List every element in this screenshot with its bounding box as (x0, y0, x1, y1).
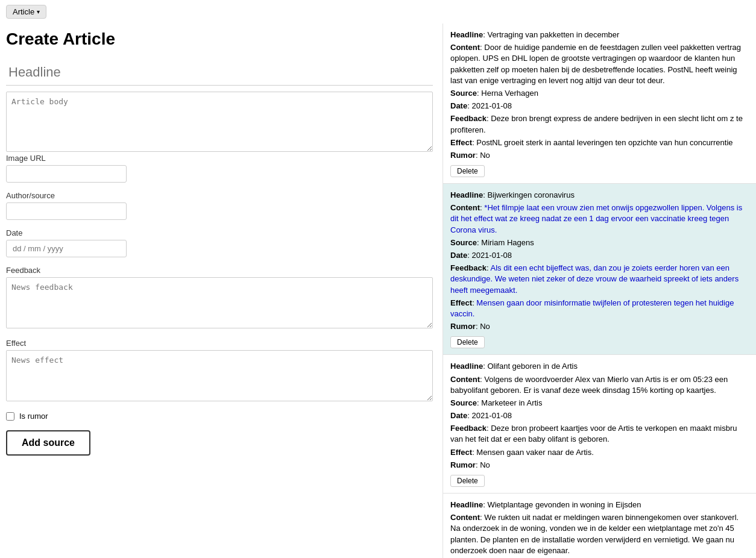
article-source-line: Source: Herna Verhagen (450, 88, 749, 99)
article-content-line: Content: We rukten uit nadat er meldinge… (450, 512, 749, 556)
feedback-group: Feedback (6, 266, 433, 330)
date-label-card: Date (450, 411, 467, 420)
article-content-line: Content: Volgens de woordvoerder Alex va… (450, 374, 749, 396)
date-label: Date (6, 228, 433, 237)
is-rumor-checkbox[interactable] (6, 412, 14, 421)
feedback-label: Feedback (6, 266, 433, 275)
date-group: Date (6, 228, 433, 257)
article-effect-line: Effect: Mensen gaan door misinformatie t… (450, 298, 749, 319)
content-label: Content (450, 43, 480, 52)
top-nav: Article ▾ (0, 0, 756, 24)
date-input[interactable] (6, 240, 127, 257)
content-label: Content (450, 375, 480, 384)
content-label: Content (450, 203, 480, 212)
article-headline: Wietplantage gevonden in woning in Eijsd… (487, 500, 641, 509)
page-title: Create Article (6, 30, 433, 49)
main-layout: Create Article Image URL Author/source D… (0, 24, 756, 558)
feedback-label-card: Feedback (450, 424, 487, 433)
article-card: Headline: Wietplantage gevonden in wonin… (443, 494, 756, 558)
article-source: Miriam Hagens (481, 238, 534, 247)
image-url-group: Image URL (6, 154, 433, 183)
article-date-line: Date: 2021-01-08 (450, 250, 749, 261)
article-source-line: Source: Marketeer in Artis (450, 398, 749, 409)
right-panel: Headline: Vertraging van pakketten in de… (443, 24, 756, 558)
article-date: 2021-01-08 (471, 251, 512, 260)
article-card: Headline: Vertraging van pakketten in de… (443, 24, 756, 184)
body-textarea[interactable] (6, 92, 433, 152)
article-headline-line: Headline: Vertraging van pakketten in de… (450, 30, 749, 40)
article-feedback-line: Feedback: Deze bron brengt express de an… (450, 113, 749, 135)
source-label: Source (450, 89, 477, 98)
author-label: Author/source (6, 191, 433, 200)
article-rumor: No (480, 460, 490, 469)
breadcrumb-button[interactable]: Article ▾ (6, 5, 46, 19)
article-content: We rukten uit nadat er meldingen waren b… (450, 513, 739, 555)
article-feedback: Deze bron brengt express de andere bedri… (450, 114, 743, 134)
add-source-button[interactable]: Add source (6, 430, 90, 456)
breadcrumb-label: Article (13, 7, 34, 16)
article-headline-line: Headline: Wietplantage gevonden in wonin… (450, 500, 749, 510)
effect-label-card: Effect (450, 298, 472, 307)
article-feedback: Als dit een echt bijeffect was, dan zou … (450, 263, 739, 294)
content-label: Content (450, 513, 480, 522)
effect-label-card: Effect (450, 448, 472, 457)
article-card: Headline: Olifant geboren in de Artis Co… (443, 355, 756, 494)
rumor-label-card: Rumor (450, 151, 476, 160)
feedback-label-card: Feedback (450, 114, 487, 123)
left-panel: Create Article Image URL Author/source D… (0, 24, 443, 558)
article-date: 2021-01-08 (471, 411, 512, 420)
article-content: *Het filmpje laat een vrouw zien met onw… (450, 203, 742, 234)
article-date-line: Date: 2021-01-08 (450, 101, 749, 111)
effect-textarea[interactable] (6, 350, 433, 401)
article-effect-line: Effect: PostNL groeit sterk in aantal le… (450, 137, 749, 148)
article-headline-line: Headline: Olifant geboren in de Artis (450, 361, 749, 372)
author-group: Author/source (6, 191, 433, 220)
article-effect: Mensen gaan door misinformatie twijfelen… (450, 298, 734, 318)
chevron-down-icon: ▾ (37, 8, 40, 15)
article-source-line: Source: Miriam Hagens (450, 237, 749, 248)
article-rumor-line: Rumor: No (450, 150, 749, 161)
headline-label: Headline (450, 30, 483, 39)
effect-group: Effect (6, 339, 433, 403)
image-url-input[interactable] (6, 165, 127, 183)
rumor-label-card: Rumor (450, 322, 476, 331)
article-effect: Mensen gaan vaker naar de Artis. (476, 448, 593, 457)
article-source: Herna Verhagen (481, 89, 538, 98)
article-rumor: No (480, 151, 490, 160)
headline-input[interactable] (6, 60, 433, 86)
article-rumor-line: Rumor: No (450, 460, 749, 471)
image-url-label: Image URL (6, 154, 433, 163)
article-card: Headline: Bijwerkingen coronavirus Conte… (443, 184, 756, 355)
author-input[interactable] (6, 202, 127, 220)
article-content-line: Content: *Het filmpje laat een vrouw zie… (450, 202, 749, 236)
is-rumor-row: Is rumor (6, 412, 433, 421)
article-content: Volgens de woordvoerder Alex van Mierlo … (450, 375, 728, 395)
article-date: 2021-01-08 (471, 101, 512, 110)
article-headline-line: Headline: Bijwerkingen coronavirus (450, 190, 749, 201)
headline-label: Headline (450, 190, 483, 199)
article-effect: PostNL groeit sterk in aantal leveringen… (476, 138, 732, 147)
article-date-line: Date: 2021-01-08 (450, 410, 749, 421)
delete-button[interactable]: Delete (450, 165, 485, 177)
date-label-card: Date (450, 251, 467, 260)
effect-label-card: Effect (450, 138, 472, 147)
feedback-textarea[interactable] (6, 277, 433, 328)
article-headline: Bijwerkingen coronavirus (487, 190, 575, 199)
source-label: Source (450, 238, 477, 247)
article-headline: Olifant geboren in de Artis (487, 362, 578, 371)
is-rumor-label: Is rumor (19, 412, 48, 421)
article-headline: Vertraging van pakketten in december (487, 30, 619, 39)
article-feedback: Deze bron probeert kaartjes voor de Arti… (450, 424, 737, 444)
effect-label: Effect (6, 339, 433, 348)
rumor-label-card: Rumor (450, 460, 476, 469)
article-feedback-line: Feedback: Als dit een echt bijeffect was… (450, 263, 749, 296)
delete-button[interactable]: Delete (450, 475, 485, 487)
article-feedback-line: Feedback: Deze bron probeert kaartjes vo… (450, 423, 749, 445)
source-label: Source (450, 398, 477, 407)
delete-button[interactable]: Delete (450, 336, 485, 348)
article-rumor: No (480, 322, 490, 331)
article-source: Marketeer in Artis (481, 398, 542, 407)
article-effect-line: Effect: Mensen gaan vaker naar de Artis. (450, 447, 749, 458)
article-rumor-line: Rumor: No (450, 321, 749, 332)
article-content-line: Content: Door de huidige pandemie en de … (450, 42, 749, 86)
